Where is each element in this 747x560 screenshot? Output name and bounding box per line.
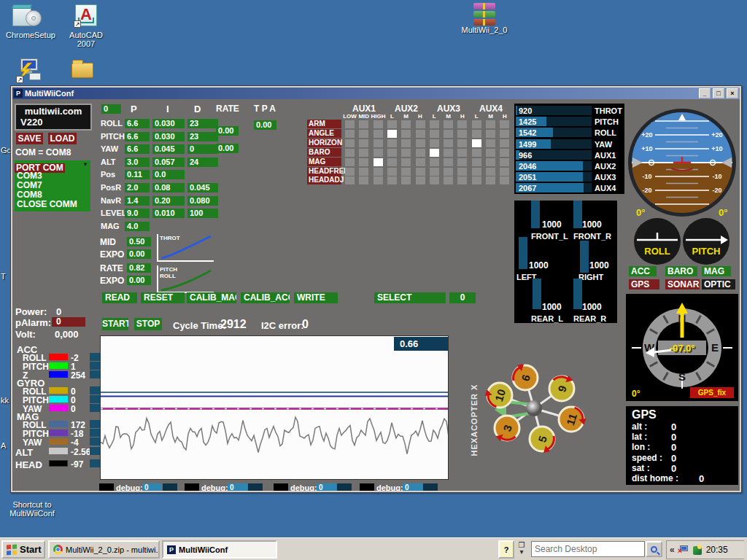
aux-checkbox[interactable]: [345, 176, 355, 184]
aux-checkbox[interactable]: [387, 149, 397, 157]
tray-app-icon[interactable]: [692, 545, 703, 556]
aux-checkbox[interactable]: [500, 120, 509, 128]
minimize-button[interactable]: _: [699, 88, 711, 98]
aux-checkbox[interactable]: [457, 158, 467, 166]
aux-checkbox[interactable]: [444, 130, 453, 138]
port-item-close-comm[interactable]: CLOSE COMM: [17, 199, 77, 209]
taskbar-task-1[interactable]: MultiWii_2_0.zip - multiwi...: [48, 540, 160, 559]
aux-checkbox[interactable]: [374, 158, 383, 166]
pid-p-value[interactable]: 3.0: [125, 158, 150, 167]
aux-checkbox[interactable]: [486, 168, 495, 176]
aux-checkbox[interactable]: [444, 176, 453, 184]
maximize-button[interactable]: □: [713, 88, 724, 98]
aux-checkbox[interactable]: [444, 149, 453, 157]
aux-checkbox[interactable]: [444, 120, 453, 128]
aux-checkbox[interactable]: [444, 168, 453, 176]
pid-d-value[interactable]: 23: [187, 132, 218, 141]
pid-d-value[interactable]: 0.045: [187, 183, 218, 192]
pid-i-value[interactable]: 0.030: [152, 119, 185, 128]
aux-checkbox[interactable]: [374, 139, 383, 147]
search-input[interactable]: [531, 541, 645, 557]
chevron-down-icon[interactable]: ▼: [82, 161, 88, 168]
aux-checkbox[interactable]: [457, 168, 467, 176]
aux-checkbox[interactable]: [345, 130, 355, 138]
aux-checkbox[interactable]: [486, 139, 495, 147]
pid-i-value[interactable]: 0.0: [152, 170, 185, 179]
aux-checkbox[interactable]: [472, 149, 481, 157]
rate-yaw-box[interactable]: 0.00: [216, 144, 239, 153]
desktop-icon-shortcut-app[interactable]: ↗: [16, 58, 45, 83]
aux-checkbox[interactable]: [444, 158, 453, 166]
aux-checkbox[interactable]: [416, 120, 425, 128]
desktop-icon-shortcut-multiwiiconf[interactable]: Shortcut to MultiWiiConf: [3, 500, 61, 518]
pid-d-value[interactable]: 23: [187, 119, 218, 128]
pid-p-value[interactable]: 2.0: [125, 183, 150, 192]
aux-checkbox[interactable]: [457, 139, 467, 147]
pid-i-value[interactable]: 0.045: [152, 144, 185, 154]
window-titlebar[interactable]: P MultiWiiConf _ □ ×: [12, 88, 740, 99]
aux-checkbox[interactable]: [500, 130, 509, 138]
pid-d-value[interactable]: 24: [187, 158, 218, 167]
aux-checkbox[interactable]: [457, 176, 467, 184]
aux-checkbox[interactable]: [444, 139, 453, 147]
aux-checkbox[interactable]: [401, 149, 411, 157]
aux-checkbox[interactable]: [430, 120, 439, 128]
aux-checkbox[interactable]: [500, 149, 509, 157]
aux-checkbox[interactable]: [401, 120, 411, 128]
read-button[interactable]: READ: [102, 292, 137, 303]
load-button[interactable]: LOAD: [48, 133, 77, 144]
aux-checkbox[interactable]: [472, 168, 481, 176]
aux-checkbox[interactable]: [401, 176, 411, 184]
pid-i-value[interactable]: 0.057: [152, 158, 185, 167]
aux-checkbox[interactable]: [345, 158, 355, 166]
aux-checkbox[interactable]: [345, 149, 355, 157]
network-disconnected-icon[interactable]: ×: [678, 545, 689, 556]
setting-index-box[interactable]: 0: [101, 104, 121, 114]
desktop-icon-chromesetup[interactable]: ChromeSetup: [6, 4, 50, 39]
aux-checkbox[interactable]: [416, 158, 425, 166]
aux-checkbox[interactable]: [472, 139, 481, 147]
aux-checkbox[interactable]: [430, 176, 439, 184]
palarm-value[interactable]: 0: [52, 317, 85, 327]
select-setting-value[interactable]: 0: [449, 292, 476, 303]
tray-chevron-icon[interactable]: «: [670, 545, 675, 555]
rate-rollpitch-box[interactable]: 0.00: [216, 126, 239, 136]
aux-checkbox[interactable]: [374, 176, 383, 184]
aux-checkbox[interactable]: [387, 120, 397, 128]
pid-i-value[interactable]: 0.010: [152, 209, 185, 218]
aux-checkbox[interactable]: [401, 130, 411, 138]
desktop-toggle-icon[interactable]: ❐▾: [516, 542, 527, 556]
calib-acc-button[interactable]: CALIB_ACC: [241, 292, 290, 303]
pid-p-value[interactable]: 9.0: [125, 209, 150, 218]
pid-i-value[interactable]: 0.030: [152, 132, 185, 141]
desktop-icon-folder[interactable]: [71, 63, 93, 78]
close-button[interactable]: ×: [727, 88, 738, 98]
port-item-com3[interactable]: COM3: [17, 171, 42, 181]
pid-p-value[interactable]: 6.6: [125, 132, 150, 141]
pid-p-value[interactable]: 4.0: [125, 222, 150, 231]
aux-checkbox[interactable]: [472, 130, 481, 138]
aux-checkbox[interactable]: [359, 139, 368, 147]
aux-checkbox[interactable]: [430, 130, 439, 138]
curve-param-value[interactable]: 0.00: [127, 249, 151, 259]
curve-param-value[interactable]: 0.82: [127, 263, 151, 273]
aux-checkbox[interactable]: [486, 120, 495, 128]
aux-checkbox[interactable]: [500, 168, 509, 176]
aux-checkbox[interactable]: [416, 168, 425, 176]
pid-p-value[interactable]: 0.11: [125, 170, 150, 179]
aux-checkbox[interactable]: [359, 130, 368, 138]
aux-checkbox[interactable]: [345, 120, 355, 128]
pid-p-value[interactable]: 6.6: [125, 119, 150, 128]
aux-checkbox[interactable]: [500, 176, 509, 184]
aux-checkbox[interactable]: [359, 158, 368, 166]
pid-d-value[interactable]: 100: [187, 209, 218, 218]
aux-checkbox[interactable]: [486, 130, 495, 138]
start-button[interactable]: START: [102, 318, 128, 330]
calib-mag-button[interactable]: CALIB_MAG: [187, 292, 236, 303]
aux-checkbox[interactable]: [374, 130, 383, 138]
aux-checkbox[interactable]: [374, 120, 383, 128]
stop-button[interactable]: STOP: [134, 318, 162, 330]
aux-checkbox[interactable]: [416, 139, 425, 147]
aux-checkbox[interactable]: [374, 149, 383, 157]
aux-checkbox[interactable]: [416, 176, 425, 184]
